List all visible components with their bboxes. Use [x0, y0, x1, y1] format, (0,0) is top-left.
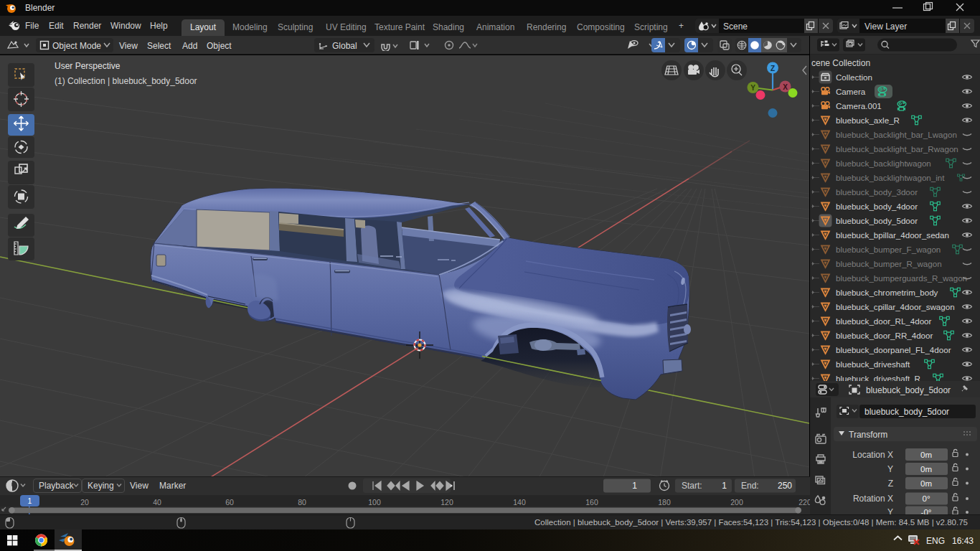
svg-text:Z: Z [771, 65, 775, 72]
svg-text:ENG: ENG [926, 536, 945, 546]
svg-text:20: 20 [80, 498, 89, 507]
svg-text:Y: Y [750, 84, 755, 92]
svg-text:bluebuck_body_5door: bluebuck_body_5door [864, 407, 949, 417]
svg-text:1: 1 [28, 496, 32, 505]
svg-text:40: 40 [153, 498, 161, 507]
svg-text:bluebuck_axle_R: bluebuck_axle_R [836, 116, 900, 125]
svg-text:1: 1 [722, 481, 727, 491]
svg-text:User Perspective: User Perspective [55, 61, 121, 71]
svg-text:Location X: Location X [852, 450, 893, 460]
svg-text:bluebuck_backlight_bar_Rwagon: bluebuck_backlight_bar_Rwagon [836, 144, 958, 154]
svg-text:180: 180 [658, 498, 671, 507]
svg-text:bluebuck_body_3door: bluebuck_body_3door [836, 187, 918, 197]
svg-text:200: 200 [730, 498, 743, 507]
svg-text:bluebuck_bumper_R_wagon: bluebuck_bumper_R_wagon [836, 259, 942, 268]
svg-text:Marker: Marker [159, 481, 186, 491]
svg-text:220: 220 [798, 498, 810, 507]
svg-text:Z: Z [888, 479, 893, 489]
svg-text:bluebuck_backlightwagon: bluebuck_backlightwagon [836, 159, 931, 168]
svg-text:140: 140 [513, 498, 526, 507]
svg-text:bluebuck_body_5door: bluebuck_body_5door [866, 385, 951, 395]
svg-text:bluebuck_cpillar_4door_swagon: bluebuck_cpillar_4door_swagon [836, 302, 955, 311]
svg-text:Keying: Keying [88, 481, 114, 491]
svg-text:bluebuck_door_RR_4door: bluebuck_door_RR_4door [836, 331, 933, 340]
svg-text:bluebuck_doorpanel_FL_4door: bluebuck_doorpanel_FL_4door [836, 345, 951, 354]
svg-text:160: 160 [585, 498, 598, 507]
svg-text:Camera.001: Camera.001 [836, 101, 882, 110]
svg-text:View: View [130, 481, 149, 491]
svg-text:bluebuck_bumperguards_R_wagon: bluebuck_bumperguards_R_wagon [836, 273, 967, 283]
svg-text:Collection: Collection [836, 72, 872, 82]
svg-text:bluebuck_body_5door: bluebuck_body_5door [836, 216, 918, 225]
svg-text:bluebuck_bpillar_4door_sedan: bluebuck_bpillar_4door_sedan [836, 230, 949, 240]
svg-text:0m: 0m [920, 479, 932, 488]
svg-text:100: 100 [368, 498, 381, 507]
svg-text:bluebuck_chrometrim_body: bluebuck_chrometrim_body [836, 288, 938, 297]
svg-text:Transform: Transform [849, 430, 887, 440]
svg-text:Y: Y [887, 464, 893, 474]
svg-text:Playback: Playback [39, 481, 75, 491]
svg-text:End:: End: [741, 481, 759, 491]
svg-text:Camera: Camera [836, 87, 866, 96]
svg-text:bluebuck_backlight_bar_Lwagon: bluebuck_backlight_bar_Lwagon [836, 130, 957, 139]
svg-text:Y: Y [887, 507, 893, 514]
svg-text:bluebuck_door_RL_4door: bluebuck_door_RL_4door [836, 316, 932, 326]
svg-text:60: 60 [225, 498, 234, 507]
svg-text:-0°: -0° [921, 508, 932, 514]
svg-text:0m: 0m [920, 451, 932, 459]
svg-text:bluebuck_body_4door: bluebuck_body_4door [836, 202, 918, 211]
svg-text:X: X [783, 83, 788, 91]
svg-text:Rotation X: Rotation X [853, 494, 893, 504]
svg-text:1: 1 [632, 481, 637, 491]
svg-text:bluebuck_driveshaft: bluebuck_driveshaft [836, 359, 910, 369]
svg-text:80: 80 [298, 498, 306, 507]
svg-text:cene Collection: cene Collection [811, 58, 870, 68]
svg-text:bluebuck_backlightwagon_int: bluebuck_backlightwagon_int [836, 173, 945, 182]
svg-text:16:43: 16:43 [952, 536, 974, 546]
svg-text:120: 120 [440, 498, 453, 507]
svg-text:bluebuck_bumper_F_wagon: bluebuck_bumper_F_wagon [836, 245, 941, 254]
svg-text:0m: 0m [920, 465, 932, 474]
svg-text:0°: 0° [923, 494, 930, 503]
svg-text:Start:: Start: [682, 481, 702, 491]
svg-text:250: 250 [778, 481, 792, 491]
svg-text:(1) Collection | bluebuck_body: (1) Collection | bluebuck_body_5door [55, 76, 197, 86]
